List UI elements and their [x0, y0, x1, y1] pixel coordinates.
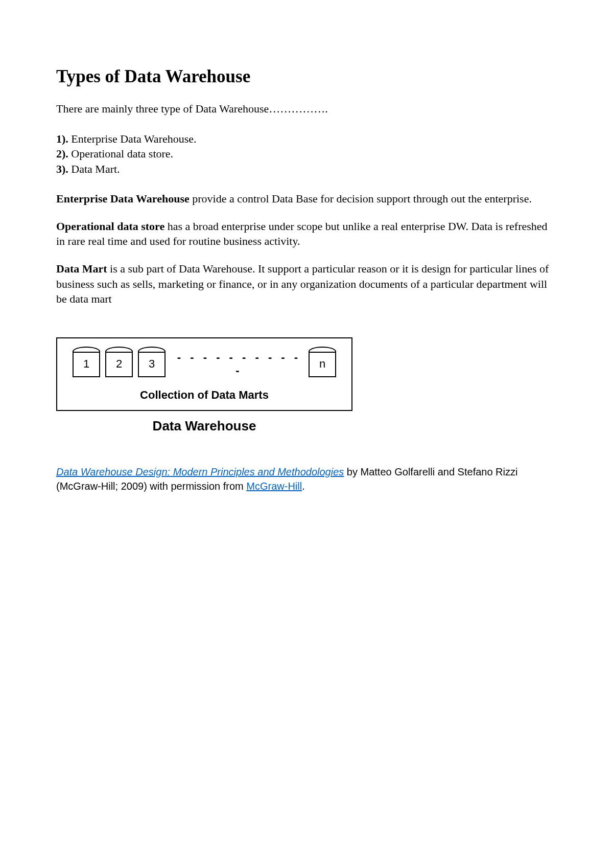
type-list: 1). Enterprise Data Warehouse. 2). Opera…	[56, 131, 557, 177]
mart-lid-icon	[138, 347, 166, 353]
book-link[interactable]: Data Warehouse Design: Modern Principles…	[56, 466, 344, 477]
mart-label: 2	[116, 357, 122, 371]
term-description: provide a control Data Base for decision…	[190, 192, 532, 205]
term-description: is a sub part of Data Warehouse. It supp…	[56, 262, 549, 305]
diagram-title: Data Warehouse	[56, 418, 352, 434]
term: Enterprise Data Warehouse	[56, 192, 190, 205]
mart-label: n	[319, 357, 325, 371]
list-number: 2).	[56, 147, 68, 160]
citation-end: .	[302, 481, 305, 492]
term: Data Mart	[56, 262, 107, 275]
list-text: Data Mart.	[68, 163, 120, 175]
term: Operational data store	[56, 220, 164, 233]
list-number: 3).	[56, 163, 68, 175]
paragraph-datamart: Data Mart is a sub part of Data Warehous…	[56, 261, 557, 307]
mart-box: n	[309, 351, 336, 377]
list-text: Operational data store.	[68, 147, 173, 160]
mart-box: 3	[138, 351, 166, 377]
marts-row: 1 2 3 - - - - - - - - - - - n	[67, 351, 341, 377]
diagram-container: 1 2 3 - - - - - - - - - - - n Collection…	[56, 337, 557, 434]
publisher-link[interactable]: McGraw-Hill	[246, 481, 302, 492]
list-number: 1).	[56, 132, 68, 145]
mart-lid-icon	[73, 347, 100, 353]
page-title: Types of Data Warehouse	[56, 66, 557, 87]
document-page: Types of Data Warehouse There are mainly…	[0, 0, 613, 555]
collection-label: Collection of Data Marts	[67, 389, 341, 402]
diagram-box: 1 2 3 - - - - - - - - - - - n Collection…	[56, 337, 352, 411]
mart-lid-icon	[309, 347, 336, 353]
list-text: Enterprise Data Warehouse.	[68, 132, 197, 145]
list-item: 1). Enterprise Data Warehouse.	[56, 131, 557, 147]
citation-text: Data Warehouse Design: Modern Principles…	[56, 465, 557, 493]
mart-box: 1	[73, 351, 100, 377]
list-item: 3). Data Mart.	[56, 162, 557, 177]
paragraph-edw: Enterprise Data Warehouse provide a cont…	[56, 191, 557, 207]
mart-label: 3	[149, 357, 155, 371]
mart-box: 2	[105, 351, 133, 377]
paragraph-ods: Operational data store has a broad enter…	[56, 219, 557, 249]
mart-lid-icon	[105, 347, 133, 353]
intro-text: There are mainly three type of Data Ware…	[56, 101, 557, 117]
list-item: 2). Operational data store.	[56, 146, 557, 162]
mart-label: 1	[83, 357, 89, 371]
ellipsis-dots: - - - - - - - - - - -	[171, 351, 303, 377]
